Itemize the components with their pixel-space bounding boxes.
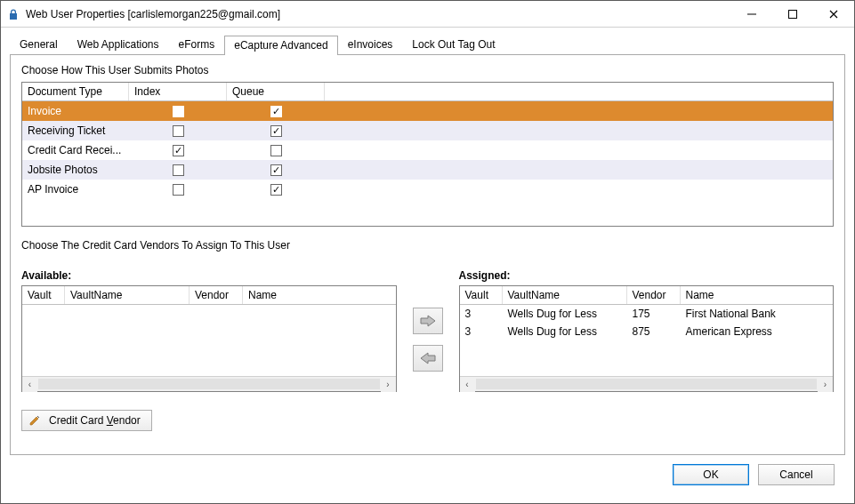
col-vendor[interactable]: Vendor (190, 286, 243, 304)
scroll-left-icon[interactable]: ‹ (22, 377, 37, 392)
vendors-section-label: Choose The Credit Card Vendors To Assign… (21, 239, 834, 252)
col-vault[interactable]: Vault (22, 286, 65, 304)
list-item[interactable]: 3Wells Dug for Less875American Express (460, 323, 834, 340)
vault-cell: 3 (460, 323, 503, 340)
doc-type-cell: Receiving Ticket (22, 124, 129, 137)
table-row[interactable]: AP Invoice✓ (22, 180, 833, 199)
name-cell: American Express (681, 323, 834, 340)
dialog-window: Web User Properties [carlislemorgan225@g… (0, 0, 855, 504)
move-right-button[interactable] (413, 308, 443, 334)
tab-general[interactable]: General (10, 35, 68, 54)
queue-checkbox[interactable] (227, 145, 325, 156)
vendors-area: Available: Vault VaultName Vendor Name ‹ (21, 269, 834, 392)
pencil-icon (28, 413, 42, 428)
col-vendor[interactable]: Vendor (627, 286, 681, 304)
ok-label: OK (703, 468, 718, 481)
col-index[interactable]: Index (129, 83, 227, 100)
index-checkbox[interactable] (129, 125, 227, 137)
close-button[interactable] (813, 1, 854, 27)
credit-card-vendor-button[interactable]: Credit Card Vendor (21, 410, 152, 431)
cancel-label: Cancel (779, 468, 812, 481)
table-header: Document Type Index Queue (22, 83, 833, 101)
table-row[interactable]: Credit Card Recei...✓ (22, 140, 833, 160)
list-item[interactable]: 3Wells Dug for Less175First National Ban… (460, 305, 834, 323)
index-checkbox[interactable]: ✓ (129, 145, 227, 156)
svg-rect-0 (747, 13, 756, 14)
available-hscroll[interactable]: ‹ › (22, 376, 396, 391)
queue-checkbox[interactable]: ✓ (227, 106, 325, 117)
scroll-right-icon[interactable]: › (381, 377, 396, 392)
table-padding (22, 199, 833, 226)
cancel-button[interactable]: Cancel (758, 464, 835, 485)
tab-ecapture-advanced[interactable]: eCapture Advanced (224, 36, 337, 55)
col-vaultname[interactable]: VaultName (503, 286, 627, 304)
available-body (22, 305, 396, 376)
col-spacer (325, 89, 833, 94)
assigned-list[interactable]: Vault VaultName Vendor Name 3Wells Dug f… (459, 285, 835, 392)
queue-checkbox[interactable]: ✓ (227, 164, 325, 176)
lock-icon (6, 7, 20, 21)
svg-rect-1 (789, 10, 797, 18)
assigned-column: Assigned: Vault VaultName Vendor Name 3W… (459, 269, 835, 392)
vaultname-cell: Wells Dug for Less (503, 323, 627, 340)
available-column: Available: Vault VaultName Vendor Name ‹ (21, 269, 397, 392)
name-cell: First National Bank (681, 305, 834, 323)
dialog-footer: OK Cancel (10, 455, 845, 494)
col-vaultname[interactable]: VaultName (65, 286, 190, 304)
col-queue[interactable]: Queue (227, 83, 325, 100)
scroll-left-icon[interactable]: ‹ (460, 377, 475, 392)
index-checkbox[interactable] (129, 184, 227, 196)
tab-panel-ecapture-advanced: Choose How This User Submits Photos Docu… (10, 54, 845, 455)
title-bar: Web User Properties [carlislemorgan225@g… (1, 1, 854, 28)
col-vault[interactable]: Vault (460, 286, 503, 304)
vault-cell: 3 (460, 305, 503, 323)
doc-type-cell: Jobsite Photos (22, 164, 129, 176)
table-row[interactable]: Jobsite Photos✓ (22, 160, 833, 180)
photos-section-label: Choose How This User Submits Photos (21, 64, 834, 76)
assigned-body: 3Wells Dug for Less175First National Ban… (460, 305, 834, 376)
queue-checkbox[interactable]: ✓ (227, 125, 325, 137)
doc-type-cell: Invoice (22, 105, 129, 117)
col-name[interactable]: Name (243, 286, 396, 304)
table-row[interactable]: Invoice✓ (22, 101, 833, 121)
window-title: Web User Properties [carlislemorgan225@g… (26, 8, 731, 20)
maximize-button[interactable] (772, 1, 813, 27)
available-header: Vault VaultName Vendor Name (22, 286, 396, 305)
move-buttons (406, 269, 450, 392)
arrow-right-icon (420, 315, 436, 327)
scroll-track[interactable] (38, 379, 380, 389)
assigned-hscroll[interactable]: ‹ › (460, 376, 834, 391)
vendor-cell: 175 (627, 305, 681, 323)
tab-einvoices[interactable]: eInvoices (338, 35, 403, 54)
assigned-header: Vault VaultName Vendor Name (460, 286, 834, 305)
move-left-button[interactable] (413, 345, 443, 372)
doc-type-cell: AP Invoice (22, 183, 129, 196)
tab-strip: GeneralWeb ApplicationseFormseCapture Ad… (10, 35, 845, 54)
dialog-content: GeneralWeb ApplicationseFormseCapture Ad… (1, 28, 854, 503)
minimize-button[interactable] (731, 1, 772, 27)
ok-button[interactable]: OK (673, 464, 749, 485)
vendors-section: Choose The Credit Card Vendors To Assign… (21, 239, 834, 444)
col-name[interactable]: Name (681, 286, 834, 304)
document-type-table: Document Type Index Queue Invoice✓Receiv… (21, 82, 834, 227)
table-row[interactable]: Receiving Ticket✓ (22, 121, 833, 140)
index-checkbox[interactable] (129, 164, 227, 176)
tab-lock-out-tag-out[interactable]: Lock Out Tag Out (402, 35, 504, 54)
arrow-left-icon (420, 352, 436, 364)
doc-type-cell: Credit Card Recei... (22, 144, 129, 156)
window-controls (731, 1, 854, 27)
credit-card-vendor-label: Credit Card Vendor (49, 414, 141, 427)
scroll-track[interactable] (476, 379, 818, 389)
queue-checkbox[interactable]: ✓ (227, 184, 325, 196)
tab-web-applications[interactable]: Web Applications (68, 35, 169, 54)
available-list[interactable]: Vault VaultName Vendor Name ‹ › (21, 285, 397, 392)
table-body: Invoice✓Receiving Ticket✓Credit Card Rec… (22, 101, 833, 199)
index-checkbox[interactable] (129, 106, 227, 117)
col-document-type[interactable]: Document Type (22, 83, 129, 100)
scroll-right-icon[interactable]: › (818, 377, 833, 392)
vaultname-cell: Wells Dug for Less (503, 305, 627, 323)
assigned-label: Assigned: (459, 269, 835, 282)
tab-eforms[interactable]: eForms (169, 35, 225, 54)
available-label: Available: (21, 269, 397, 282)
vendor-cell: 875 (627, 323, 681, 340)
